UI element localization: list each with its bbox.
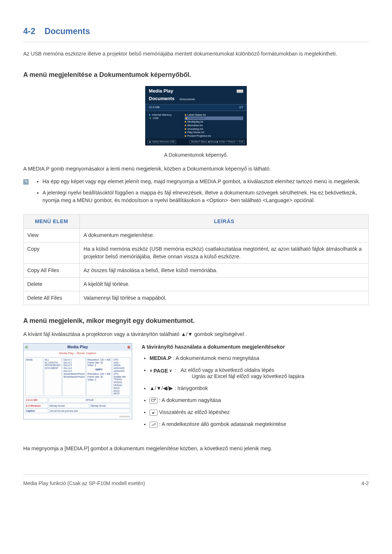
ss2-line: xxKb/s bbox=[113, 364, 129, 367]
file-row: ■Languages.txt bbox=[185, 116, 243, 120]
ss2-line: Doc A 1 bbox=[64, 358, 85, 361]
row-two: Media Play Media Play – Movie, Caption M… bbox=[23, 343, 369, 432]
ss2-line: ASCII bbox=[113, 390, 129, 393]
ss2-tot1-v0: Bitmap format bbox=[49, 403, 89, 408]
caption-1: A Dokumentumok képernyő. bbox=[23, 151, 369, 159]
page-label: PAGE bbox=[154, 367, 168, 375]
ss2-below-label: 2.0 ch SDI bbox=[25, 398, 48, 402]
page-text: Az előző vagy a következő oldalra lépés bbox=[180, 367, 274, 373]
remote-info: : A rendelkezésre álló gombok adatainak … bbox=[150, 420, 369, 428]
intro-text: Az USB memória eszközre illetve a projek… bbox=[23, 50, 369, 58]
ss2-line: Movie/Music/Photo/Doc bbox=[64, 373, 85, 376]
closing-para: Ha megnyomja a [MEDIA.P] gombot a dokume… bbox=[23, 445, 369, 452]
subheading-1: A menü megjelenítése a Dokumentumok képe… bbox=[23, 70, 369, 79]
ss2-line: Doc A 3 bbox=[64, 364, 85, 367]
square-icon: ■ bbox=[149, 113, 151, 116]
ss1-size: 22.0 MB bbox=[149, 106, 160, 109]
table-body: ViewA dokumentum megjelenítése.CopyHa a … bbox=[24, 229, 369, 305]
ss2-c4mid: SMPIT bbox=[87, 368, 110, 371]
remote-return: Visszatérés az előző lépéshez bbox=[150, 409, 369, 416]
remote-arrows: ▲/▼/◀/▶ : Iránygombok bbox=[150, 385, 369, 392]
ss2-line: xxKb/xxKb bbox=[113, 367, 129, 370]
ss2-line: Subtitle info bbox=[113, 376, 129, 378]
ss2-line: xxKb/xxKb bbox=[113, 370, 129, 373]
enlarge-text: : A dokumentum nagyítása bbox=[158, 397, 221, 403]
media-p-label: MEDIA.P bbox=[150, 355, 171, 361]
ss1-count: 2/7 bbox=[239, 106, 243, 109]
ss2-line: Video: 2 bbox=[87, 364, 110, 367]
ss2-line: ALL/PHOTO bbox=[45, 361, 61, 364]
ss2-col2: ALLALL/PHOTOMOVIE/MUSICDOCUMENT bbox=[44, 357, 62, 396]
cell-menu: View bbox=[24, 229, 80, 242]
ss2-col3: Doc A 1Doc A 2Doc A 3Doc A 4Doc A 5Movie… bbox=[62, 357, 86, 396]
file-row: ■Menutree.txt bbox=[185, 124, 243, 127]
remote-media: MEDIA.P : A dokumentumok menü megnyitása bbox=[150, 354, 369, 362]
ss2-line: UKSubs bbox=[113, 381, 129, 384]
remote-page: ∧ PAGE ∨ : Az előző vagy a következő old… bbox=[150, 366, 369, 380]
table-row: CopyHa a külső memória eszköz (USB memór… bbox=[24, 242, 369, 264]
ss2-line: Doc A 4 bbox=[64, 367, 85, 370]
info-text: : A rendelkezésre álló gombok adatainak … bbox=[158, 421, 286, 427]
svg-rect-0 bbox=[151, 399, 154, 402]
note-item: A jelenlegi nyelvi beállításoktól függőe… bbox=[42, 189, 369, 204]
after-caption: A MEDIA.P gomb megnyomásakor a lenti men… bbox=[23, 165, 369, 173]
ss1-foot-right: Media.P Menu ◀ Move ▶ Enter ↩Return ⤶ Ex… bbox=[189, 140, 245, 144]
ss2-corner: SAMSUNG bbox=[119, 415, 130, 418]
green-dot-icon bbox=[25, 346, 28, 349]
cell-desc: Ha a külső memória eszköz (USB memória e… bbox=[80, 242, 369, 264]
sub2-para: A kívánt fájl kiválasztása a projektoron… bbox=[23, 331, 369, 338]
ss2-corner-blank bbox=[25, 415, 26, 418]
ss2-line: Resolution: 120 × 480 bbox=[87, 373, 110, 376]
file-row: ■Label Maker.txt bbox=[185, 113, 243, 117]
page-text-2: Ugrás az Excel fájl előző vagy következő… bbox=[192, 373, 369, 380]
file-row: ■Mediaplay.txt bbox=[185, 120, 243, 124]
ss2-line: Doc A 5 bbox=[64, 370, 85, 373]
ss2-line: Video: 2 bbox=[87, 378, 110, 381]
screenshot-1: Media Play Documents /Documents 22.0 MB … bbox=[145, 86, 247, 145]
ss2-col1: Media bbox=[26, 358, 42, 361]
ss2-line: TXSubs bbox=[113, 378, 129, 381]
ss2-line: CPU bbox=[113, 373, 129, 376]
ss2-line: ASCII bbox=[113, 387, 129, 390]
screenshot-2: Media Play Media Play – Movie, Caption M… bbox=[23, 343, 132, 419]
note-bullets: Ha épp egy képet vagy egy elemet jelenít… bbox=[34, 178, 369, 208]
page-button-icon: ∧ PAGE ∨ bbox=[150, 367, 172, 375]
remote-col: A távirányító használata a dokumentum me… bbox=[142, 343, 369, 432]
enlarge-icon bbox=[150, 398, 158, 404]
arrow-icon: ➜ bbox=[149, 116, 151, 120]
cell-menu: Delete bbox=[24, 278, 80, 291]
cell-desc: A kijelölt fájl törlése. bbox=[80, 278, 369, 291]
footer-right: 4-2 bbox=[362, 480, 369, 487]
cell-desc: A dokumentum megjelenítése. bbox=[80, 229, 369, 242]
ss2-line: UKSubs bbox=[113, 384, 129, 387]
ss1-usb: USB bbox=[153, 116, 158, 120]
ss2-tot1-v1: Bitmap format bbox=[90, 403, 130, 408]
info-icon bbox=[150, 422, 158, 428]
th-desc: LEÍRÁS bbox=[80, 215, 369, 229]
ss2-col5: CPUxxKbxxKb/sxxKb/xxKbxxKb/xxKbCPUSubtit… bbox=[112, 357, 130, 396]
ss2-brand: Media Play bbox=[68, 344, 88, 350]
subheading-2: A menü megjelenik, mikor megnyit egy dok… bbox=[23, 316, 369, 325]
ss2-line: CPU bbox=[113, 358, 129, 361]
cell-desc: Valamennyi fájl törlése a mappából. bbox=[80, 291, 369, 305]
ss1-foot-left: Safely Remove USB bbox=[152, 140, 175, 143]
red-dot-icon bbox=[127, 346, 130, 349]
ss2-tot2-v0: smi,srt,txt,sub,psb,ass,ssa bbox=[49, 409, 130, 413]
ss2-line: DOCUMENT bbox=[45, 367, 61, 370]
table-row: Delete All FilesValamennyi fájl törlése … bbox=[24, 291, 369, 305]
cell-menu: Copy bbox=[24, 242, 80, 264]
ss1-brand: Media Play bbox=[149, 88, 173, 94]
return-text: Visszatérés az előző lépéshez bbox=[158, 409, 230, 415]
table-row: DeleteA kijelölt fájl törlése. bbox=[24, 278, 369, 291]
note-item: Ha épp egy képet vagy egy elemet jelenít… bbox=[42, 178, 369, 185]
ss2-line: MOVIE/MUSIC bbox=[45, 364, 61, 367]
ss2-line: ALL bbox=[45, 358, 61, 361]
ss2-tot2-label: Caption bbox=[25, 409, 48, 413]
ss2-line: Frame rate: 30 bbox=[87, 361, 110, 364]
cell-desc: Az összes fájl másolása a belső, illetve… bbox=[80, 264, 369, 278]
section-name: Documents bbox=[45, 26, 90, 36]
table-row: Copy All FilesAz összes fájl másolása a … bbox=[24, 264, 369, 278]
ss2-line: Doc A 2 bbox=[64, 361, 85, 364]
ss2-line: Resolution: 120 × 480 bbox=[87, 358, 110, 361]
file-row: ■Pocket Projector.txt bbox=[185, 134, 243, 138]
